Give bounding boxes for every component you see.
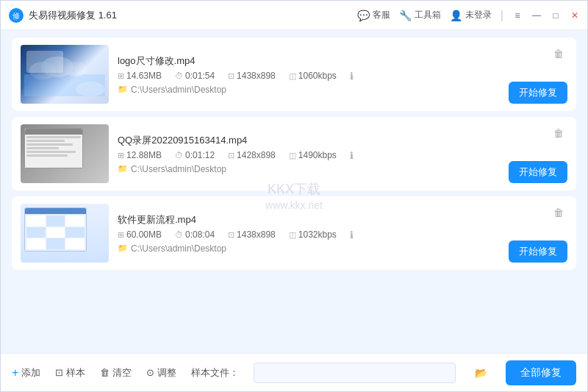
folder-path-icon: 📁 bbox=[118, 243, 128, 253]
size-icon: ⊞ bbox=[118, 230, 124, 240]
file-resolution: ⊡ 1428x898 bbox=[228, 150, 276, 160]
file-name: 软件更新流程.mp4 bbox=[118, 213, 500, 227]
info-icon[interactable]: ℹ bbox=[350, 229, 354, 240]
file-meta: ⊞ 14.63MB ⏱ 0:01:54 ⊡ 1438x898 ◫ 1060kbp… bbox=[118, 71, 500, 82]
file-actions: 🗑 开始修复 bbox=[509, 204, 567, 263]
file-duration: ⏱ 0:08:04 bbox=[175, 229, 215, 240]
trash-icon: 🗑 bbox=[553, 48, 564, 60]
bitrate-icon: ◫ bbox=[289, 151, 296, 160]
size-icon: ⊞ bbox=[118, 151, 124, 160]
file-thumbnail bbox=[21, 124, 109, 183]
adjust-btn[interactable]: ⊙ 调整 bbox=[146, 366, 176, 379]
toolbox-icon: 🔧 bbox=[399, 10, 412, 21]
maximize-btn[interactable]: □ bbox=[551, 10, 561, 21]
user-icon: 👤 bbox=[450, 10, 462, 21]
clear-btn[interactable]: 🗑 清空 bbox=[100, 366, 132, 379]
app-logo-icon: 修 bbox=[8, 7, 24, 24]
browse-folder-btn[interactable]: 📂 bbox=[470, 363, 491, 383]
file-card: QQ录屏20220915163414.mp4 ⊞ 12.88MB ⏱ 0:01:… bbox=[12, 117, 576, 190]
resolution-icon: ⊡ bbox=[228, 71, 234, 81]
minimize-btn[interactable]: — bbox=[531, 10, 542, 21]
file-card: logo尺寸修改.mp4 ⊞ 14.63MB ⏱ 0:01:54 ⊡ 1438x… bbox=[12, 38, 576, 111]
bitrate-icon: ◫ bbox=[289, 71, 296, 81]
file-path: 📁 C:\Users\admin\Desktop bbox=[118, 243, 500, 254]
size-icon: ⊞ bbox=[118, 71, 124, 81]
file-list: logo尺寸修改.mp4 ⊞ 14.63MB ⏱ 0:01:54 ⊡ 1438x… bbox=[1, 30, 587, 354]
bitrate-icon: ◫ bbox=[289, 230, 296, 240]
repair-button[interactable]: 开始修复 bbox=[509, 240, 567, 263]
file-path: 📁 C:\Users\admin\Desktop bbox=[118, 85, 500, 95]
delete-btn[interactable]: 🗑 bbox=[550, 124, 567, 142]
clock-icon: ⏱ bbox=[175, 151, 183, 160]
customer-service-btn[interactable]: 💬 客服 bbox=[357, 9, 390, 21]
file-bitrate: ◫ 1490kbps bbox=[289, 150, 337, 160]
file-name: logo尺寸修改.mp4 bbox=[118, 54, 500, 68]
app-title: 失易得视频修复 1.61 bbox=[29, 9, 357, 22]
file-info: QQ录屏20220915163414.mp4 ⊞ 12.88MB ⏱ 0:01:… bbox=[118, 134, 500, 174]
file-meta: ⊞ 12.88MB ⏱ 0:01:12 ⊡ 1428x898 ◫ 1490kbp… bbox=[118, 150, 500, 161]
plus-icon: + bbox=[12, 366, 18, 379]
trash-icon: 🗑 bbox=[100, 367, 110, 378]
file-resolution: ⊡ 1438x898 bbox=[228, 71, 276, 81]
divider: | bbox=[501, 9, 503, 22]
sample-file-input[interactable] bbox=[254, 363, 456, 383]
menu-btn[interactable]: ≡ bbox=[512, 10, 523, 21]
clock-icon: ⏱ bbox=[175, 230, 183, 239]
sample-btn[interactable]: ⊡ 样本 bbox=[55, 366, 85, 379]
resolution-icon: ⊡ bbox=[228, 230, 234, 240]
sample-icon: ⊡ bbox=[55, 367, 63, 378]
adjust-icon: ⊙ bbox=[146, 367, 154, 378]
file-info: 软件更新流程.mp4 ⊞ 60.00MB ⏱ 0:08:04 ⊡ 1438x89… bbox=[118, 213, 500, 254]
trash-icon: 🗑 bbox=[553, 127, 564, 139]
file-resolution: ⊡ 1438x898 bbox=[228, 229, 276, 240]
add-btn[interactable]: + 添加 bbox=[12, 366, 40, 379]
folder-path-icon: 📁 bbox=[118, 164, 128, 174]
sample-file-label: 样本文件： bbox=[191, 366, 239, 379]
svg-text:修: 修 bbox=[12, 12, 20, 20]
chat-icon: 💬 bbox=[357, 10, 370, 21]
file-info: logo尺寸修改.mp4 ⊞ 14.63MB ⏱ 0:01:54 ⊡ 1438x… bbox=[118, 54, 500, 95]
file-card: 软件更新流程.mp4 ⊞ 60.00MB ⏱ 0:08:04 ⊡ 1438x89… bbox=[12, 196, 576, 270]
file-size: ⊞ 60.00MB bbox=[118, 229, 162, 240]
repair-button[interactable]: 开始修复 bbox=[509, 161, 567, 183]
delete-btn[interactable]: 🗑 bbox=[550, 204, 567, 221]
clock-icon: ⏱ bbox=[175, 71, 183, 80]
bottombar: + 添加 ⊡ 样本 🗑 清空 ⊙ 调整 样本文件： 📂 全部修复 bbox=[1, 353, 587, 391]
repair-all-button[interactable]: 全部修复 bbox=[506, 360, 576, 385]
svg-point-5 bbox=[64, 62, 87, 76]
file-bitrate: ◫ 1032kbps bbox=[289, 229, 337, 240]
file-thumbnail bbox=[21, 45, 109, 104]
toolbox-btn[interactable]: 🔧 工具箱 bbox=[399, 9, 441, 21]
file-path: 📁 C:\Users\admin\Desktop bbox=[118, 164, 500, 174]
resolution-icon: ⊡ bbox=[228, 151, 234, 160]
trash-icon: 🗑 bbox=[553, 207, 564, 218]
file-bitrate: ◫ 1060kbps bbox=[289, 71, 337, 81]
folder-path-icon: 📁 bbox=[118, 85, 128, 94]
repair-button[interactable]: 开始修复 bbox=[509, 82, 567, 104]
login-btn[interactable]: 👤 未登录 bbox=[450, 9, 492, 21]
titlebar: 修 失易得视频修复 1.61 💬 客服 🔧 工具箱 👤 未登录 | ≡ — □ … bbox=[1, 1, 587, 30]
folder-open-icon: 📂 bbox=[475, 367, 487, 379]
file-size: ⊞ 12.88MB bbox=[118, 150, 162, 160]
file-actions: 🗑 开始修复 bbox=[509, 45, 567, 104]
info-icon[interactable]: ℹ bbox=[350, 150, 354, 161]
file-actions: 🗑 开始修复 bbox=[509, 124, 567, 183]
file-duration: ⏱ 0:01:54 bbox=[175, 71, 215, 81]
file-size: ⊞ 14.63MB bbox=[118, 71, 162, 81]
close-btn[interactable]: ✕ bbox=[570, 10, 580, 21]
file-name: QQ录屏20220915163414.mp4 bbox=[118, 134, 500, 147]
file-meta: ⊞ 60.00MB ⏱ 0:08:04 ⊡ 1438x898 ◫ 1032kbp… bbox=[118, 229, 500, 240]
file-thumbnail bbox=[21, 204, 109, 263]
file-duration: ⏱ 0:01:12 bbox=[175, 150, 215, 160]
delete-btn[interactable]: 🗑 bbox=[550, 45, 567, 63]
info-icon[interactable]: ℹ bbox=[350, 71, 354, 82]
